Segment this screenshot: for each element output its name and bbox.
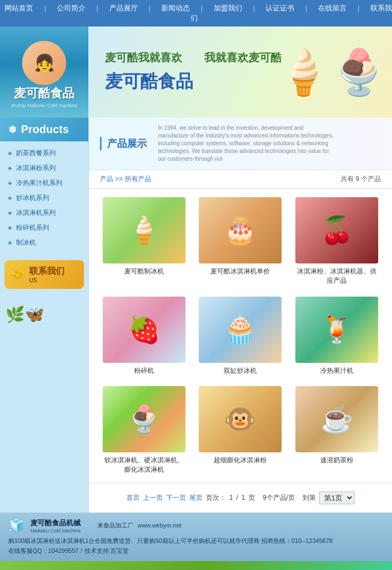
breadcrumb: 产品 >> 所有产品	[100, 175, 151, 184]
logo-en: zhuhai Maikeku Cold machine	[11, 103, 77, 108]
page-prev[interactable]: 上一页	[143, 493, 163, 503]
nav-item-join[interactable]: 加盟我们	[214, 4, 242, 12]
slogan-1: 麦可酷我就喜欢	[105, 50, 182, 65]
sidebar-item-icecream-powder[interactable]: ✦ 冰淇淋粉系列	[0, 161, 88, 176]
bullet-icon-6: ✦	[7, 224, 13, 233]
product-image-0: 🍦	[103, 197, 186, 263]
section-desc: In 1994, we strive to lead in the invent…	[158, 124, 335, 163]
product-image-6: 🍨	[103, 386, 186, 452]
nav-item-home[interactable]: 网站首页	[4, 4, 33, 12]
sidebar-products-header: ❄ Products	[0, 118, 88, 141]
product-item-8[interactable]: ☕ 速溶奶茶粉	[293, 386, 381, 474]
nav-sep-5: |	[253, 4, 255, 12]
nav-item-message[interactable]: 在线留言	[318, 4, 347, 12]
page-next[interactable]: 下一页	[166, 493, 186, 503]
product-image-7: 🐵	[199, 386, 282, 452]
product-item-0[interactable]: 🍦 麦可酷制冰机	[100, 197, 188, 286]
nav-sep-6: |	[305, 4, 307, 12]
product-item-3[interactable]: 🍓 粉碎机	[100, 297, 188, 376]
sidebar-item-label-7: 制冰机	[16, 238, 36, 247]
footer-line1: 购100箱冰淇淋粉送冰淇淋机1台全国免费送货、只要购50箱以上可半价购机还可以就…	[8, 536, 384, 546]
footer-brand-en: Maikeku Cold Machine	[30, 528, 81, 534]
nav-item-about[interactable]: 公司简介	[57, 4, 86, 12]
bullet-icon-7: ✦	[7, 239, 13, 247]
top-navigation: 网站首页 | 公司简介 | 产品展厅 | 新闻动态 | 加盟我们 | 认证证书 …	[0, 0, 392, 27]
page-first[interactable]: 首页	[126, 493, 140, 503]
footer-bottom-deco	[0, 561, 392, 570]
product-name-0: 麦可酷制冰机	[124, 267, 164, 276]
product-item-5[interactable]: 🍹 冷热果汁机	[293, 297, 381, 376]
nav-sep-3: |	[149, 4, 150, 12]
bullet-icon-4: ✦	[7, 194, 13, 203]
current-page: 1	[229, 494, 233, 502]
logo-cn: 麦可酷食品	[14, 85, 75, 102]
product-name-8: 速溶奶茶粉	[320, 456, 353, 465]
slogan-2: 我就喜欢麦可酷	[204, 50, 282, 65]
product-item-2[interactable]: 🍒 冰淇淋粉、冰淇淋机器、供应产品	[293, 197, 381, 286]
product-name-5: 冷热果汁机	[320, 366, 353, 376]
product-name-1: 麦可酷冰淇淋机单价	[210, 267, 270, 276]
products-label: Products	[21, 123, 69, 136]
sidebar-item-grinder[interactable]: ✦ 粉碎机系列	[0, 220, 88, 235]
header-content: 麦可酷我就喜欢 我就喜欢麦可酷 麦可酷食品 🍦🍨	[88, 27, 392, 118]
product-name-7: 超细膨化冰淇淋粉	[214, 456, 267, 465]
bullet-icon-1: ✦	[7, 149, 13, 158]
footer-website: 来食品加工厂 www.webym.net	[97, 521, 182, 530]
sidebar-deco: 🌿🦋	[0, 294, 88, 335]
pagination: 首页 上一页 下一页 尾页 页次： 1 / 1 页 9个产品/页 到第 第1页	[89, 483, 392, 513]
product-image-4: 🧁	[199, 297, 282, 363]
per-page: 9个产品/页	[263, 493, 295, 503]
nav-sep-7: |	[358, 4, 359, 12]
product-item-6[interactable]: 🍨 软冰淇淋机、硬冰淇淋机、膨化冰淇淋机	[100, 386, 188, 474]
footer: 🧊 麦可酷食品机械 Maikeku Cold Machine 来食品加工厂 ww…	[0, 513, 392, 561]
sidebar-item-fried-ice[interactable]: ✦ 炒冰机系列	[0, 191, 88, 205]
sidebar-item-label-5: 冰淇淋机系列	[16, 208, 56, 218]
snowflake-icon: ❄	[8, 124, 17, 136]
bullet-icon-5: ✦	[7, 209, 13, 218]
sidebar: ❄ Products ✦ 奶茶西餐系列 ✦ 冰淇淋粉系列 ✦ 冷热果汁机系列 ✦…	[0, 118, 88, 513]
footer-website-url[interactable]: www.webym.net	[137, 522, 181, 529]
sidebar-menu: ✦ 奶茶西餐系列 ✦ 冰淇淋粉系列 ✦ 冷热果汁机系列 ✦ 炒冰机系列 ✦ 冰淇…	[0, 141, 88, 255]
page-sep: /	[236, 494, 238, 502]
page-select[interactable]: 第1页	[319, 492, 354, 504]
contact-button[interactable]: 🤝 联系我们 US	[4, 260, 84, 289]
sidebar-item-label-3: 冷热果汁机系列	[16, 178, 62, 188]
product-image-2: 🍒	[295, 197, 378, 263]
contact-icon: 🤝	[10, 267, 25, 282]
sidebar-item-label-6: 粉碎机系列	[16, 223, 49, 233]
contact-label: 联系我们	[29, 266, 65, 277]
footer-brand-info: 麦可酷食品机械 Maikeku Cold Machine	[30, 518, 81, 534]
product-image-1: 🎂	[199, 197, 282, 263]
footer-brand-cn: 麦可酷食品机械	[30, 518, 81, 528]
product-image-8: ☕	[295, 386, 378, 452]
product-grid: 🍦 麦可酷制冰机 🎂 麦可酷冰淇淋机单价 🍒 冰淇淋粉、冰淇淋机器、供应产品 🍓…	[89, 189, 392, 483]
page-unit: 页	[248, 493, 255, 503]
sidebar-item-label-4: 炒冰机系列	[16, 193, 49, 203]
sidebar-item-ice-maker[interactable]: ✦ 制冰机	[0, 235, 88, 250]
product-item-1[interactable]: 🎂 麦可酷冰淇淋机单价	[197, 197, 285, 286]
nav-item-news[interactable]: 新闻动态	[161, 4, 190, 12]
nav-item-cert[interactable]: 认证证书	[266, 4, 294, 12]
page-last[interactable]: 尾页	[189, 493, 203, 503]
sidebar-item-juicer[interactable]: ✦ 冷热果汁机系列	[0, 176, 88, 191]
content-header: 产品展示 In 1994, we strive to lead in the i…	[89, 118, 392, 170]
product-count: 共有 9 个产品	[341, 175, 381, 184]
goto-label: 到第	[303, 493, 316, 503]
product-image-5: 🍹	[295, 297, 378, 363]
product-name-4: 双缸炒冰机	[224, 366, 257, 376]
footer-logo-icon: 🧊	[8, 518, 25, 534]
footer-line2: 在线客服QQ：104299557！技术支持:百宝堂	[8, 546, 384, 556]
product-name-6: 软冰淇淋机、硬冰淇淋机、膨化冰淇淋机	[103, 456, 186, 474]
product-item-4[interactable]: 🧁 双缸炒冰机	[197, 297, 285, 376]
nav-sep-1: |	[44, 4, 46, 12]
product-name-2: 冰淇淋粉、冰淇淋机器、供应产品	[295, 267, 378, 286]
nav-item-products[interactable]: 产品展厅	[109, 4, 138, 12]
main-layout: ❄ Products ✦ 奶茶西餐系列 ✦ 冰淇淋粉系列 ✦ 冷热果汁机系列 ✦…	[0, 118, 392, 513]
product-item-7[interactable]: 🐵 超细膨化冰淇淋粉	[197, 386, 285, 474]
sidebar-item-milktea[interactable]: ✦ 奶茶西餐系列	[0, 146, 88, 161]
content-area: 产品展示 In 1994, we strive to lead in the i…	[88, 118, 392, 513]
sidebar-item-icecream-machine[interactable]: ✦ 冰淇淋机系列	[0, 205, 88, 220]
bullet-icon-3: ✦	[7, 179, 13, 188]
nav-sep-4: |	[201, 4, 203, 12]
footer-website-label: 来食品加工厂	[97, 522, 134, 529]
